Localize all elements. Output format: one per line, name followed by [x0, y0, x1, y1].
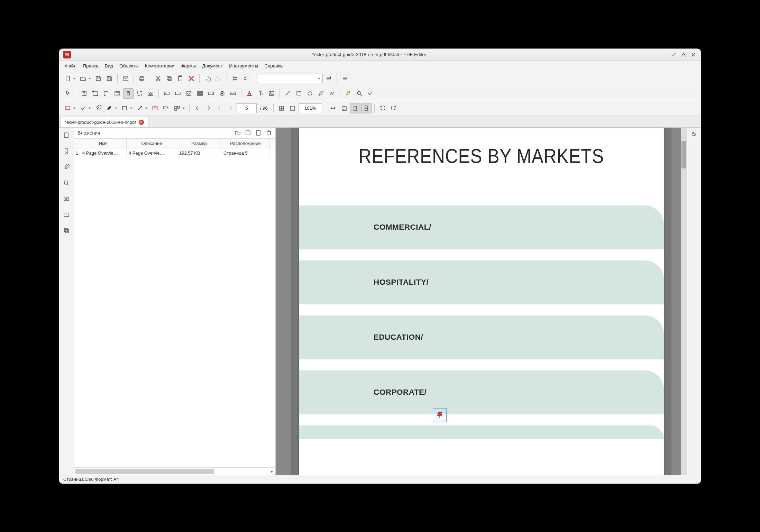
text-edit-tool[interactable] — [79, 88, 89, 99]
zoom-level[interactable]: 101% — [299, 103, 322, 113]
form-radio-tool[interactable] — [217, 88, 227, 99]
viewer-vscroll[interactable] — [681, 128, 687, 475]
properties-toggle[interactable] — [691, 131, 697, 137]
menu-forms[interactable]: Формы — [177, 62, 199, 70]
attachments-tab[interactable] — [62, 162, 71, 172]
tab-close-icon[interactable]: ✕ — [139, 120, 144, 125]
print-button[interactable] — [137, 73, 147, 84]
select-tool[interactable] — [101, 88, 111, 99]
arrow-tool[interactable] — [135, 103, 145, 113]
new-file-button[interactable] — [63, 73, 73, 84]
crop-tool[interactable] — [134, 88, 145, 99]
panel-open-icon[interactable] — [235, 130, 241, 136]
continuous-page-button[interactable] — [361, 103, 372, 113]
search-input[interactable] — [257, 74, 323, 83]
bookmarks-tab[interactable] — [62, 146, 71, 156]
search-tab[interactable] — [62, 178, 71, 188]
magnifier-tool[interactable] — [354, 88, 365, 99]
menu-view[interactable]: Вид — [102, 62, 116, 70]
fit-page-button[interactable] — [287, 103, 298, 113]
table-row[interactable]: 1 4 Page Overvie… 4 Page Overvie… 192.57… — [74, 148, 275, 158]
next-page-button[interactable] — [203, 103, 214, 113]
thumbnails-tab[interactable] — [62, 130, 71, 140]
object-edit-tool[interactable] — [90, 88, 100, 99]
menu-file[interactable]: Файл — [62, 62, 80, 70]
form-edit-tool[interactable] — [112, 88, 122, 99]
list-button[interactable] — [340, 73, 350, 84]
minimize-button[interactable] — [670, 51, 677, 58]
copy-button[interactable] — [164, 73, 174, 84]
col-size[interactable]: Размер — [177, 139, 221, 148]
highlight-tool[interactable] — [343, 88, 354, 99]
delete-button[interactable] — [186, 73, 196, 84]
menu-help[interactable]: Справка — [261, 62, 286, 70]
ellipse-tool[interactable] — [305, 88, 315, 99]
col-location[interactable]: Расположение — [221, 139, 270, 148]
menu-edit[interactable]: Правка — [80, 62, 102, 70]
page-number-input[interactable] — [237, 103, 257, 113]
callout-tool[interactable] — [161, 103, 171, 113]
form-list-tool[interactable] — [195, 88, 205, 99]
rotate-ccw-button[interactable] — [377, 103, 388, 113]
save-as-button[interactable] — [104, 73, 115, 84]
email-button[interactable] — [120, 73, 131, 84]
panel-hscroll[interactable]: ▸ — [74, 467, 275, 475]
marker-tool[interactable] — [104, 103, 115, 113]
snap-button[interactable] — [241, 73, 251, 84]
checkmark-tool[interactable] — [365, 88, 376, 99]
menu-tools[interactable]: Инструменты — [226, 62, 261, 70]
panel-delete-icon[interactable] — [266, 130, 272, 136]
col-index[interactable] — [74, 139, 80, 148]
panel-add-icon[interactable] — [255, 130, 262, 136]
grid-button[interactable] — [230, 73, 240, 84]
menu-document[interactable]: Документ — [199, 62, 226, 70]
rotate-cw-button[interactable] — [388, 103, 399, 113]
single-page-button[interactable] — [350, 103, 360, 113]
col-name[interactable]: Имя — [80, 139, 127, 148]
zoom-actual-button[interactable] — [276, 103, 287, 113]
hand-tool[interactable] — [123, 88, 134, 99]
menu-objects[interactable]: Объекты — [116, 62, 142, 70]
text-box-tool[interactable] — [150, 103, 160, 113]
form-text-tool[interactable] — [162, 88, 172, 99]
menu-comments[interactable]: Комментарии — [142, 62, 177, 70]
form-checkbox-tool[interactable] — [184, 88, 194, 99]
form-combo-tool[interactable] — [206, 88, 216, 99]
attachment-tool[interactable] — [93, 103, 103, 113]
pushpin-annotation[interactable] — [433, 408, 447, 422]
fit-width-button[interactable] — [328, 103, 338, 113]
cut-button[interactable] — [153, 73, 163, 84]
shape-annot-tool[interactable] — [119, 103, 130, 113]
comments-tab[interactable] — [62, 210, 71, 220]
panel-save-icon[interactable] — [245, 130, 251, 136]
pointer-tool[interactable] — [63, 88, 73, 99]
layers-tab[interactable] — [62, 226, 71, 236]
pencil-tool[interactable] — [316, 88, 326, 99]
next-view-button[interactable] — [226, 103, 236, 113]
maximize-button[interactable] — [680, 51, 687, 58]
form-button-tool[interactable] — [173, 88, 183, 99]
paste-button[interactable] — [175, 73, 185, 84]
link-tool[interactable] — [327, 88, 337, 99]
undo-button[interactable] — [202, 73, 213, 84]
fit-height-button[interactable] — [339, 103, 349, 113]
save-button[interactable] — [93, 73, 103, 84]
col-desc[interactable]: Описание — [127, 139, 177, 148]
prev-page-button[interactable] — [192, 103, 203, 113]
prev-view-button[interactable] — [214, 103, 225, 113]
vertical-text-tool[interactable] — [255, 88, 266, 99]
image-tool[interactable] — [266, 88, 277, 99]
text-color-tool[interactable] — [244, 88, 255, 99]
rect-tool[interactable] — [294, 88, 304, 99]
document-tab[interactable]: *ecler-product-guide-2018-en-hr.pdf ✕ — [60, 117, 148, 127]
initials-tool[interactable] — [172, 103, 182, 113]
fields-tab[interactable] — [62, 194, 71, 204]
close-button[interactable] — [690, 51, 697, 58]
redo-button[interactable] — [213, 73, 224, 84]
snapshot-tool[interactable] — [145, 88, 156, 99]
document-viewer[interactable]: REFERENCES BY MARKETS COMMERCIAL/ HOSPIT… — [276, 128, 687, 475]
open-file-button[interactable] — [78, 73, 88, 84]
line-tool[interactable] — [283, 88, 293, 99]
form-signature-tool[interactable] — [228, 88, 238, 99]
stamp-tool[interactable] — [78, 103, 88, 113]
